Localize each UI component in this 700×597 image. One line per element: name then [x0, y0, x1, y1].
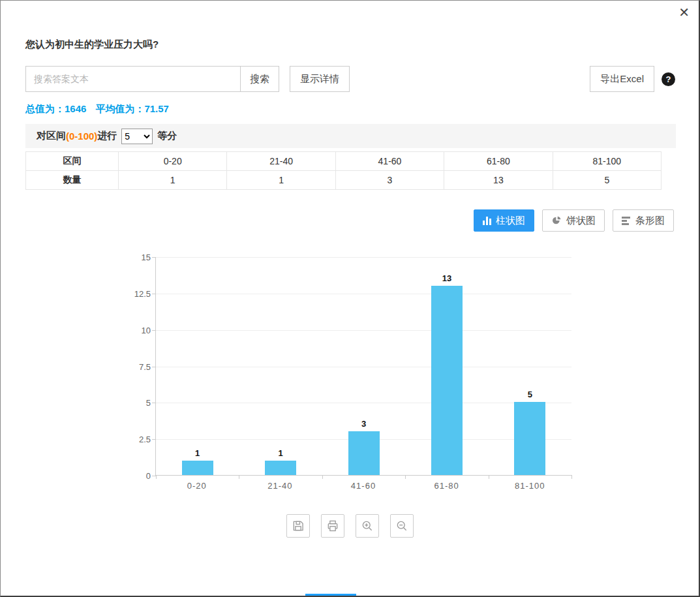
help-icon[interactable]: ?: [662, 72, 675, 86]
zoom-in-button[interactable]: [356, 514, 379, 538]
y-tick-label: 0: [146, 471, 151, 481]
chart-toolbox: [1, 514, 699, 538]
average-value: 71.57: [144, 103, 169, 114]
y-axis-labels: 02.557.51012.515: [99, 257, 151, 476]
print-button[interactable]: [321, 514, 344, 538]
search-toolbar: 搜索 显示详情: [25, 66, 350, 92]
bar: [265, 461, 296, 475]
total-value: 1646: [65, 103, 86, 114]
table-interval-cell: 41-60: [336, 152, 444, 171]
y-tick-label: 15: [142, 253, 151, 262]
tab-pie-chart[interactable]: 饼状图: [542, 209, 605, 232]
bar-chart-icon: [483, 216, 491, 225]
bars-container: 113135: [156, 257, 571, 475]
bar-value-label: 3: [361, 419, 366, 429]
search-input[interactable]: [25, 66, 241, 92]
partition-middle: 进行: [97, 130, 117, 142]
average-label: 平均值为：: [95, 103, 144, 114]
stats-line: 总值为：1646平均值为：71.57: [25, 103, 169, 115]
x-tick-mark: [571, 475, 572, 479]
tab-bar-chart-label: 柱状图: [496, 215, 525, 227]
x-tick-label: 0-20: [155, 481, 239, 491]
x-tick-label: 21-40: [239, 481, 322, 491]
zoom-out-button[interactable]: [390, 514, 414, 538]
close-icon[interactable]: ✕: [678, 6, 690, 19]
table-count-cell: 1: [119, 171, 227, 190]
x-tick-mark: [405, 475, 406, 479]
y-tick-label: 7.5: [139, 361, 151, 371]
partition-suffix: 等分: [157, 130, 177, 142]
table-interval-cell: 21-40: [227, 152, 335, 171]
table-row-header-count: 数量: [26, 171, 119, 190]
table-count-cell: 3: [336, 171, 444, 190]
bar-band: 13: [405, 257, 488, 475]
partition-prefix: 对区间: [37, 130, 66, 142]
x-tick-mark: [239, 475, 239, 479]
interval-table: 区间0-2021-4041-6061-8081-100数量113135: [25, 151, 662, 190]
table-count-cell: 1: [227, 171, 335, 190]
horizontal-bar-chart-icon: [622, 217, 631, 225]
bar-band: 1: [239, 257, 322, 475]
tab-bar-chart[interactable]: 柱状图: [474, 209, 534, 232]
x-tick-label: 81-100: [488, 481, 571, 491]
zoom-out-icon: [395, 519, 408, 532]
table-count-cell: 5: [553, 171, 662, 190]
export-excel-button[interactable]: 导出Excel: [590, 66, 654, 92]
x-tick-label: 41-60: [322, 481, 405, 491]
zoom-in-icon: [361, 519, 374, 532]
bar-band: 5: [489, 257, 571, 475]
save-image-button[interactable]: [286, 514, 310, 538]
show-details-button[interactable]: 显示详情: [290, 66, 350, 92]
bar-value-label: 1: [195, 448, 200, 458]
bar-band: 3: [322, 257, 405, 475]
bar: [182, 461, 213, 475]
bar-value-label: 13: [442, 273, 451, 283]
y-tick-label: 2.5: [139, 435, 151, 444]
table-interval-cell: 61-80: [444, 152, 553, 171]
tab-pie-chart-label: 饼状图: [566, 215, 596, 227]
y-tick-label: 5: [146, 398, 151, 408]
x-tick-mark: [156, 475, 157, 479]
bar: [348, 431, 380, 475]
save-icon: [292, 519, 305, 532]
x-tick-mark: [489, 475, 489, 479]
y-tick-label: 12.5: [134, 288, 151, 298]
x-axis-labels: 0-2021-4041-6061-8081-100: [155, 481, 571, 491]
interval-partition-bar: 对区间(0-100)进行 5 等分: [25, 124, 676, 148]
bar-value-label: 5: [528, 390, 532, 399]
pie-chart-icon: [551, 215, 562, 226]
tab-horizontal-bar-chart[interactable]: 条形图: [613, 209, 674, 232]
bar: [514, 402, 545, 475]
bar-band: 1: [156, 257, 239, 475]
question-title: 您认为初中生的学业压力大吗?: [25, 38, 159, 51]
x-tick-mark: [322, 475, 323, 479]
table-row-header-interval: 区间: [26, 152, 119, 171]
bottom-accent-bar: [305, 594, 356, 596]
total-label: 总值为：: [25, 103, 65, 114]
bar-value-label: 1: [278, 448, 282, 458]
bar-chart-plot: 113135: [155, 257, 571, 476]
bar: [431, 286, 463, 475]
segments-select[interactable]: 5: [121, 129, 153, 144]
search-button[interactable]: 搜索: [240, 66, 279, 92]
tab-horizontal-bar-chart-label: 条形图: [635, 215, 665, 227]
table-interval-cell: 0-20: [119, 152, 227, 171]
y-tick-label: 10: [142, 325, 151, 335]
x-tick-label: 61-80: [405, 481, 489, 491]
chart-type-tabs: 柱状图 饼状图 条形图: [474, 209, 674, 232]
table-count-cell: 13: [444, 171, 553, 190]
table-interval-cell: 81-100: [553, 152, 662, 171]
print-icon: [326, 519, 339, 532]
partition-range: (0-100): [66, 130, 97, 142]
